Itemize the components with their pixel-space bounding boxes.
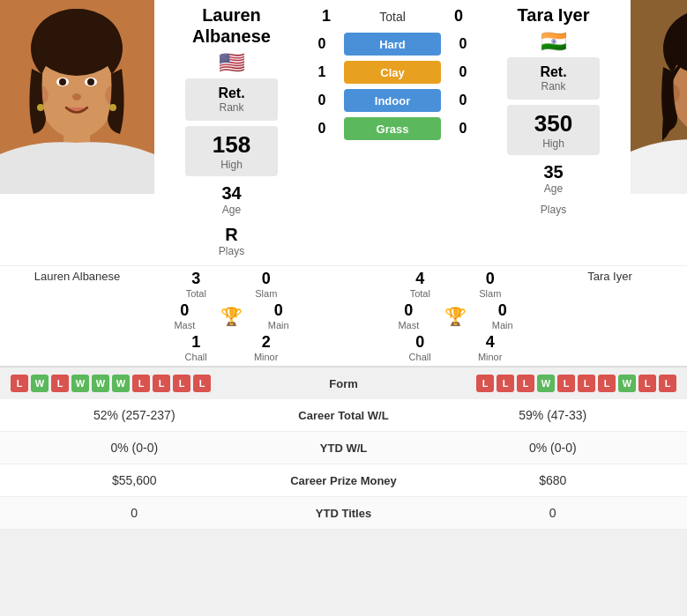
form-badge-left: W — [31, 375, 49, 392]
hard-right: 0 — [450, 36, 476, 52]
stats-row: 0% (0-0)YTD W/L0% (0-0) — [0, 432, 687, 464]
right-total-val: 4 — [410, 270, 430, 288]
total-row: 1 Total 0 — [313, 7, 472, 26]
stats-center-label: YTD W/L — [256, 442, 432, 455]
left-name-below: Lauren Albanese — [0, 266, 154, 366]
right-rank-label: Rank — [511, 80, 596, 93]
svg-point-13 — [109, 104, 116, 111]
stats-row: $55,600Career Prize Money$680 — [0, 464, 687, 497]
left-main-label: Main — [268, 320, 289, 330]
total-label: Total — [348, 10, 437, 24]
grass-right: 0 — [450, 121, 476, 137]
stats-center-label: YTD Titles — [256, 507, 432, 520]
svg-point-12 — [37, 104, 44, 111]
form-badge-right: L — [517, 375, 534, 392]
left-main-val: 0 — [268, 301, 289, 320]
left-slam-val: 0 — [255, 270, 277, 288]
right-mast-val: 0 — [398, 301, 419, 320]
svg-point-9 — [87, 78, 94, 85]
left-ret-label: Ret. — [189, 85, 274, 101]
svg-point-8 — [59, 78, 66, 85]
center-match-section: 1 Total 0 0 Hard 0 1 Clay 0 0 Indoor 0 0 — [309, 0, 476, 143]
below-photo-row: Lauren Albanese 3 Total 0 Slam 0 Mast 🏆 — [0, 265, 687, 366]
svg-point-10 — [72, 93, 81, 100]
right-name-below: Tara Iyer — [533, 266, 687, 366]
right-photo-container — [631, 0, 687, 194]
left-age-label: Age — [189, 204, 274, 216]
left-chall-val: 1 — [185, 333, 207, 352]
surface-clay-row: 1 Clay 0 — [309, 61, 476, 84]
grass-badge: Grass — [344, 117, 441, 140]
form-badge-right: L — [638, 375, 656, 392]
left-minor-val: 2 — [254, 333, 279, 352]
left-flag: 🇺🇸 — [219, 50, 245, 75]
form-badge-right: L — [598, 375, 616, 392]
stats-left-value: 0 — [13, 506, 256, 520]
left-trophy-icon: 🏆 — [220, 306, 243, 327]
form-badge-right: W — [618, 375, 636, 392]
stats-right-value: 59% (47-33) — [432, 408, 675, 422]
right-age-box: 35 Age — [507, 159, 600, 198]
left-age-value: 34 — [189, 183, 274, 204]
right-high-label: High — [511, 137, 596, 150]
left-mast-val: 0 — [174, 301, 195, 320]
stats-left-value: 52% (257-237) — [13, 408, 256, 422]
surface-indoor-row: 0 Indoor 0 — [309, 89, 476, 112]
right-age-value: 35 — [511, 162, 596, 182]
form-badge-left: L — [51, 375, 69, 392]
right-slam-val: 0 — [479, 270, 501, 288]
stats-right-value: 0% (0-0) — [432, 441, 675, 455]
right-form-badges: LLLWLLLWLL — [388, 375, 677, 392]
indoor-badge: Indoor — [344, 89, 441, 112]
right-mast-label: Mast — [398, 320, 419, 330]
left-plays-box: R Plays — [185, 221, 278, 261]
form-badge-left: L — [132, 375, 150, 392]
left-minor-label: Minor — [254, 352, 279, 362]
form-badge-left: L — [11, 375, 28, 392]
right-plays-label: Plays — [511, 204, 596, 216]
form-badge-left: L — [193, 375, 211, 392]
form-label: Form — [300, 377, 388, 390]
clay-badge: Clay — [344, 61, 441, 84]
right-chall-val: 0 — [409, 333, 431, 352]
career-stats-table: 52% (257-237)Career Total W/L59% (47-33)… — [0, 399, 687, 530]
stats-row: 52% (257-237)Career Total W/L59% (47-33) — [0, 399, 687, 432]
form-section: LWLWWWLLLL Form LLLWLLLWLL — [0, 366, 687, 399]
stats-right-value: 0 — [432, 506, 675, 520]
stats-center-label: Career Total W/L — [256, 409, 432, 422]
form-badge-left: W — [71, 375, 89, 392]
left-rank-box: Ret. Rank — [185, 78, 278, 121]
form-badge-left: L — [153, 375, 170, 392]
right-main-label: Main — [492, 320, 513, 330]
stats-left-value: 0% (0-0) — [13, 441, 256, 455]
right-trophy-icon: 🏆 — [444, 306, 467, 327]
right-slam-label: Slam — [479, 288, 501, 299]
left-player-name: Lauren Albanese — [192, 4, 271, 47]
left-player-info: Lauren Albanese 🇺🇸 Ret. Rank 158 High 34… — [154, 0, 309, 261]
right-chall-label: Chall — [409, 352, 431, 362]
clay-left: 1 — [309, 64, 335, 80]
form-badge-right: L — [557, 375, 575, 392]
surface-grass-row: 0 Grass 0 — [309, 117, 476, 140]
left-high-value: 158 — [189, 131, 274, 159]
stats-left-value: $55,600 — [13, 473, 256, 487]
right-minor-label: Minor — [478, 352, 503, 362]
left-photo-container — [0, 0, 154, 194]
total-right-score: 0 — [445, 7, 472, 26]
right-plays-box: Plays — [507, 200, 600, 219]
left-high-box: 158 High — [185, 126, 278, 176]
left-chall-label: Chall — [185, 352, 207, 362]
right-high-box: 350 High — [507, 105, 600, 155]
form-badge-right: W — [537, 375, 555, 392]
left-total-label: Total — [186, 288, 206, 299]
form-badge-right: L — [578, 375, 595, 392]
left-plays-label: Plays — [189, 245, 274, 257]
right-ret-label: Ret. — [511, 64, 596, 80]
form-badge-left: W — [112, 375, 130, 392]
right-stats-grid: 4 Total 0 Slam 0 Mast 🏆 0 Main — [378, 266, 533, 366]
form-badge-left: W — [92, 375, 109, 392]
hard-badge: Hard — [344, 33, 441, 56]
players-section: Lauren Albanese 🇺🇸 Ret. Rank 158 High 34… — [0, 0, 687, 265]
left-total-val: 3 — [186, 270, 206, 288]
indoor-left: 0 — [309, 93, 335, 108]
